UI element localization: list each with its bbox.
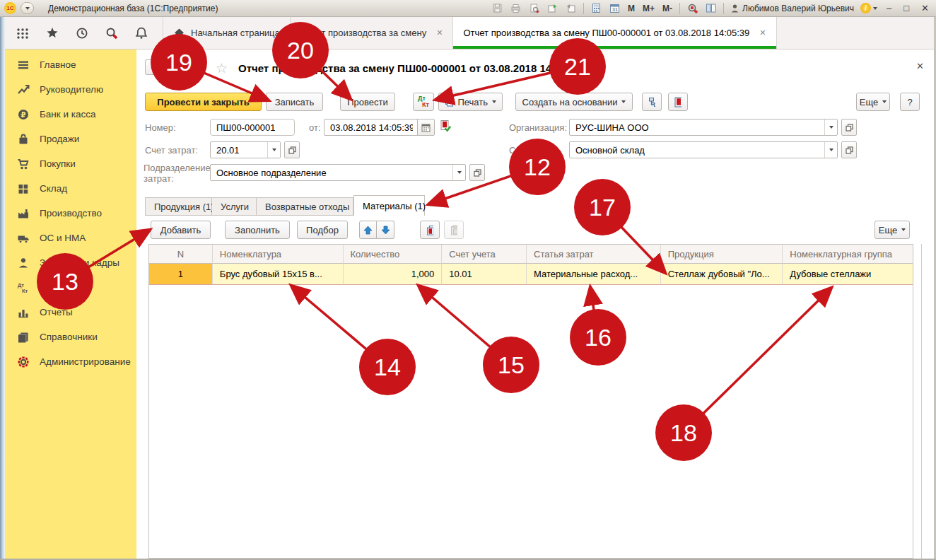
col-header-account[interactable]: Счет учета bbox=[442, 245, 527, 264]
movements-report-button[interactable] bbox=[668, 93, 688, 111]
calculator-icon[interactable] bbox=[590, 2, 602, 14]
export-link-icon[interactable] bbox=[546, 2, 558, 14]
sidebar-item-operations[interactable]: ДтКтОперации bbox=[5, 275, 136, 300]
department-field[interactable]: Основное подразделение bbox=[210, 164, 466, 181]
col-header-group[interactable]: Номенклатурная группа bbox=[783, 245, 913, 264]
sidebar-item-purchases[interactable]: Покупки bbox=[5, 151, 136, 176]
post-and-close-button[interactable]: Провести и закрыть bbox=[145, 93, 262, 111]
cell-product[interactable]: Стеллаж дубовый "Ло... bbox=[661, 264, 783, 285]
notifications-bell-icon[interactable] bbox=[134, 26, 148, 40]
service-info-button[interactable]: i bbox=[860, 3, 877, 13]
window-close-button[interactable]: ✕ bbox=[918, 3, 932, 13]
sidebar-item-main[interactable]: Главное bbox=[5, 52, 136, 77]
maximize-button[interactable]: □ bbox=[901, 3, 912, 13]
cell-nomenclature[interactable]: Брус дубовый 15х15 в... bbox=[213, 264, 344, 285]
tab-close-icon[interactable]: ✕ bbox=[436, 28, 443, 37]
cost-account-open-button[interactable] bbox=[284, 141, 300, 158]
add-row-button[interactable]: Добавить bbox=[151, 221, 211, 239]
help-button[interactable]: ? bbox=[900, 93, 920, 111]
document-more-button[interactable]: Еще bbox=[856, 93, 890, 111]
print-icon[interactable] bbox=[510, 2, 522, 14]
write-button[interactable]: Записать bbox=[266, 93, 323, 111]
memory-button[interactable]: M bbox=[627, 4, 636, 13]
save-icon[interactable] bbox=[491, 2, 503, 14]
date-field[interactable]: 03.08.2018 14:05:39 bbox=[324, 119, 435, 136]
back-button[interactable]: ◂ bbox=[145, 59, 163, 75]
table-more-button[interactable]: Еще bbox=[874, 221, 910, 239]
cell-quantity[interactable]: 1,000 bbox=[344, 264, 443, 285]
sidebar-item-production[interactable]: Производство bbox=[5, 201, 136, 226]
copy-rows-button[interactable] bbox=[420, 221, 440, 239]
sidebar-item-warehouse[interactable]: Склад bbox=[5, 176, 136, 201]
table-scrollbar[interactable] bbox=[921, 244, 922, 559]
organization-field[interactable]: РУС-ШИНА ООО bbox=[569, 119, 838, 136]
warehouse-open-button[interactable] bbox=[841, 141, 857, 158]
paste-rows-button[interactable] bbox=[444, 221, 464, 239]
sidebar-item-salary-hr[interactable]: Зарплата и кадры bbox=[5, 250, 136, 275]
cell-cost-item[interactable]: Материальные расход... bbox=[527, 264, 661, 285]
apps-grid-icon[interactable] bbox=[16, 26, 30, 40]
print-button[interactable]: Печать bbox=[438, 93, 503, 111]
titlebar-separator bbox=[583, 3, 584, 14]
minimize-button[interactable]: – bbox=[884, 3, 894, 13]
memory-plus-button[interactable]: M+ bbox=[642, 4, 655, 13]
print-preview-icon[interactable] bbox=[528, 2, 540, 14]
number-field[interactable]: ПШ00-000001 bbox=[210, 119, 295, 136]
col-header-product[interactable]: Продукция bbox=[661, 245, 783, 264]
split-view-icon[interactable] bbox=[705, 2, 717, 14]
document-close-icon[interactable]: ✕ bbox=[916, 61, 924, 71]
col-header-nomenclature[interactable]: Номенклатура bbox=[213, 245, 344, 264]
sidebar-item-references[interactable]: Справочники bbox=[5, 325, 136, 349]
tab-home[interactable]: Начальная страница bbox=[163, 17, 290, 49]
warehouse-dropdown-button[interactable] bbox=[824, 142, 837, 158]
dt-kt-button[interactable]: ДтКт bbox=[413, 93, 434, 111]
tab-document-active[interactable]: Отчет производства за смену ПШ00-000001 … bbox=[452, 17, 776, 49]
favorites-star-icon[interactable] bbox=[45, 26, 59, 40]
tab-services[interactable]: Услуги bbox=[212, 197, 257, 216]
warehouse-field[interactable]: Основной склад bbox=[569, 141, 838, 158]
pick-button[interactable]: Подбор bbox=[297, 221, 348, 239]
post-button[interactable]: Провести bbox=[340, 93, 395, 111]
sidebar-item-manager[interactable]: Руководителю bbox=[5, 77, 136, 102]
tab-close-icon[interactable]: ✕ bbox=[759, 28, 766, 37]
main-menu-button[interactable] bbox=[21, 2, 34, 14]
cell-n[interactable]: 1 bbox=[149, 264, 213, 285]
organization-dropdown-button[interactable] bbox=[824, 119, 837, 135]
department-open-button[interactable] bbox=[469, 164, 485, 181]
create-based-on-button[interactable]: Создать на основании bbox=[515, 93, 633, 111]
col-header-n[interactable]: N bbox=[149, 245, 213, 264]
sidebar-item-bank-cash[interactable]: ₽Банк и касса bbox=[5, 102, 136, 127]
cell-account[interactable]: 10.01 bbox=[442, 264, 527, 285]
sidebar-item-fixed-assets[interactable]: ОС и НМА bbox=[5, 226, 136, 250]
department-dropdown-button[interactable] bbox=[452, 165, 465, 180]
printer-icon bbox=[445, 97, 453, 107]
cost-account-dropdown-button[interactable] bbox=[267, 142, 280, 158]
tab-products[interactable]: Продукция (1) bbox=[145, 197, 212, 216]
move-down-button[interactable] bbox=[377, 221, 394, 239]
cost-account-field[interactable]: 20.01 bbox=[210, 141, 281, 158]
search-icon[interactable] bbox=[105, 26, 119, 40]
table-row[interactable]: 1 Брус дубовый 15х15 в... 1,000 10.01 Ма… bbox=[149, 264, 913, 285]
fill-button[interactable]: Заполнить bbox=[225, 221, 290, 239]
history-icon[interactable] bbox=[75, 26, 89, 40]
related-documents-button[interactable] bbox=[642, 93, 662, 111]
current-user[interactable]: Любимов Валерий Юрьевич bbox=[730, 4, 854, 13]
calendar-picker-button[interactable] bbox=[417, 119, 434, 135]
svg-text:Кт: Кт bbox=[22, 288, 28, 294]
calendar-icon[interactable]: 31 bbox=[609, 2, 621, 14]
tab-returnable-waste[interactable]: Возвратные отходы bbox=[257, 197, 353, 216]
import-link-icon[interactable] bbox=[565, 2, 577, 14]
col-header-cost-item[interactable]: Статья затрат bbox=[527, 245, 661, 264]
zoom-in-icon[interactable] bbox=[686, 2, 698, 14]
sidebar-item-reports[interactable]: Отчеты bbox=[5, 300, 136, 325]
memory-minus-button[interactable]: M- bbox=[662, 4, 673, 13]
cell-group[interactable]: Дубовые стеллажи bbox=[783, 264, 913, 285]
tab-materials[interactable]: Материалы (1) bbox=[353, 195, 425, 216]
favorite-star-icon[interactable]: ☆ bbox=[216, 60, 228, 76]
sidebar-item-administration[interactable]: Администрирование bbox=[5, 349, 136, 374]
sidebar-item-sales[interactable]: Продажи bbox=[5, 127, 136, 151]
col-header-quantity[interactable]: Количество bbox=[344, 245, 443, 264]
move-up-button[interactable] bbox=[359, 221, 377, 239]
tab-document-list[interactable]: Отчет производства за смену ✕ bbox=[290, 17, 453, 49]
organization-open-button[interactable] bbox=[841, 119, 857, 136]
